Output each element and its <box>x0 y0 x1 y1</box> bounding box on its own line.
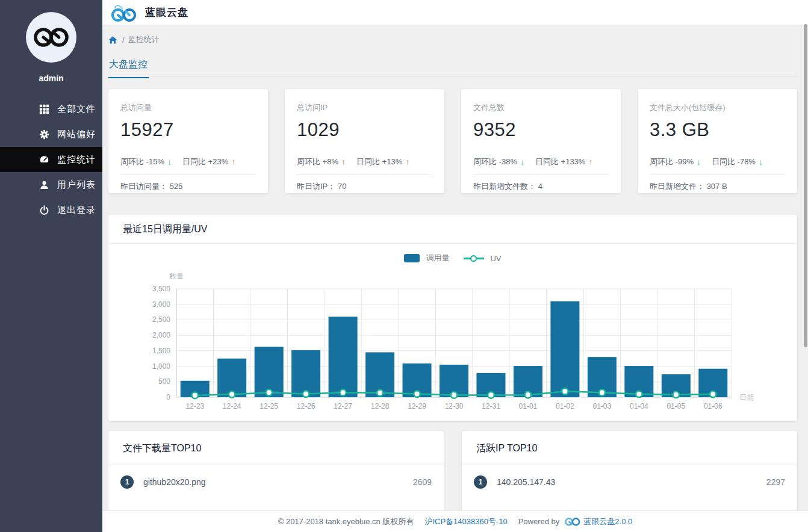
uv-point-01-05[interactable] <box>673 392 680 398</box>
stat-footer-label: 昨日访IP： <box>297 182 335 191</box>
footer: © 2017-2018 tank.eyeblue.cn 版权所有 沪ICP备14… <box>102 510 808 532</box>
uv-point-12-23[interactable] <box>191 392 198 399</box>
stat-footer: 昨日访问量： 525 <box>120 175 256 192</box>
list-item-name: github20x20.png <box>143 477 206 487</box>
home-icon[interactable] <box>108 36 117 45</box>
stat-label: 总访问IP <box>297 102 432 113</box>
sidebar-item-user-list[interactable]: 用户列表 <box>0 172 102 197</box>
trend-text: 周环比 +8% <box>297 156 338 167</box>
vertical-scrollbar-thumb[interactable] <box>804 24 807 347</box>
stat-footer-label: 昨日访问量： <box>120 182 167 191</box>
tab-dashboard-monitor[interactable]: 大盘监控 <box>108 58 149 78</box>
x-tick-label: 12-29 <box>408 402 426 410</box>
uv-point-01-04[interactable] <box>636 391 642 398</box>
uv-point-01-06[interactable] <box>710 391 716 398</box>
avatar-wrap: admin <box>0 0 102 83</box>
chart-body: 05001,0001,5002,0002,5003,0003,50012-231… <box>108 269 797 421</box>
gear-icon <box>39 129 49 140</box>
rank-badge: 1 <box>474 475 487 489</box>
uv-point-12-30[interactable] <box>451 392 458 398</box>
uv-point-12-31[interactable] <box>488 392 494 398</box>
stat-card-total-size: 文件总大小(包括缓存) 3.3 GB 周环比 -99% ↓ 日同比 -78% ↓… <box>638 89 797 193</box>
stat-label: 总访问量 <box>120 102 256 113</box>
x-tick-label: 01-02 <box>556 402 574 410</box>
x-tick-label: 12-31 <box>482 402 500 410</box>
bar-12-27[interactable] <box>329 317 358 397</box>
footer-copyright: © 2017-2018 tank.eyeblue.cn 版权所有 <box>278 516 414 527</box>
y-tick-label: 500 <box>158 377 170 386</box>
footer-version-link[interactable]: 蓝眼云盘2.0.0 <box>583 516 632 527</box>
sidebar: admin 全部文件 网站偏好 监控统计 <box>0 0 102 532</box>
uv-point-12-26[interactable] <box>303 391 309 397</box>
x-tick-label: 12-27 <box>334 402 352 410</box>
user-icon <box>39 179 49 190</box>
stat-trends: 周环比 -99% ↓ 日同比 -78% ↓ <box>650 156 785 167</box>
gauge-icon <box>39 154 49 165</box>
sidebar-item-monitor-stats[interactable]: 监控统计 <box>0 147 102 172</box>
app-title: 蓝眼云盘 <box>145 5 188 19</box>
bar-01-02[interactable] <box>550 302 579 397</box>
uv-point-01-03[interactable] <box>599 389 606 396</box>
trend-down-icon: ↓ <box>520 157 524 167</box>
uv-point-12-25[interactable] <box>266 389 272 396</box>
stat-footer-value: 4 <box>538 182 542 191</box>
uv-point-12-27[interactable] <box>340 389 346 396</box>
x-tick-label: 12-30 <box>445 402 464 410</box>
stat-footer-value: 70 <box>338 182 346 191</box>
uv-point-01-02[interactable] <box>562 388 568 395</box>
trend-down-icon: ↓ <box>759 157 763 167</box>
legend-bar-swatch-icon[interactable] <box>404 254 420 262</box>
x-tick-label: 12-28 <box>371 402 390 410</box>
list-item: 1 140.205.147.43 2297 <box>462 465 797 499</box>
y-tick-label: 2,500 <box>152 315 170 324</box>
breadcrumb-separator: / <box>122 36 125 45</box>
stat-card-total-files: 文件总数 9352 周环比 -38% ↓ 日同比 +133% ↑ 昨日新增文件数… <box>461 89 621 193</box>
chart-legend: 调用量 UV <box>108 244 797 269</box>
uv-point-12-28[interactable] <box>377 390 384 397</box>
sidebar-item-logout[interactable]: 退出登录 <box>0 197 102 223</box>
footer-powered-by: Powered by <box>518 517 560 526</box>
main-content: / 监控统计 大盘监控 总访问量 15927 周环比 -15% ↓ 日同比 +2… <box>102 26 808 532</box>
legend-bar-label[interactable]: 调用量 <box>426 253 449 264</box>
avatar[interactable] <box>26 12 76 63</box>
x-tick-label: 01-01 <box>519 402 538 410</box>
y-tick-label: 2,000 <box>152 331 170 339</box>
stat-value: 3.3 GB <box>650 119 785 141</box>
bar-line-chart: 05001,0001,5002,0002,5003,0003,50012-231… <box>120 269 785 413</box>
trend-up-icon: ↑ <box>405 157 409 167</box>
uv-point-12-29[interactable] <box>414 391 420 397</box>
trend-text: 日同比 +13% <box>356 156 402 167</box>
sidebar-menu: 全部文件 网站偏好 监控统计 用户列表 <box>0 96 102 223</box>
stat-value: 1029 <box>297 119 432 141</box>
trend-text: 周环比 -15% <box>120 156 164 167</box>
uv-point-12-24[interactable] <box>229 391 235 398</box>
trend-text: 日同比 +23% <box>182 156 228 167</box>
y-tick-label: 0 <box>166 393 170 401</box>
stat-footer: 昨日新增文件： 307 B <box>650 175 785 192</box>
legend-line-marker-icon[interactable] <box>464 255 484 262</box>
sidebar-item-all-files[interactable]: 全部文件 <box>0 96 102 122</box>
stat-footer: 昨日访IP： 70 <box>297 175 432 192</box>
trend-up-icon: ↑ <box>588 157 592 167</box>
rank-badge: 1 <box>120 475 134 489</box>
stat-label: 文件总大小(包括缓存) <box>650 102 785 113</box>
y-axis-name: 数量 <box>169 272 184 280</box>
trend-up-icon: ↑ <box>231 157 235 167</box>
power-icon <box>39 205 49 215</box>
x-tick-label: 01-03 <box>593 402 612 410</box>
stat-footer-label: 昨日新增文件数： <box>473 182 536 191</box>
x-tick-label: 01-05 <box>667 402 685 410</box>
trend-text: 日同比 -78% <box>712 156 756 167</box>
footer-icp-link[interactable]: 沪ICP备14038360号-10 <box>424 516 507 527</box>
list-item-value: 2297 <box>766 477 785 487</box>
x-tick-label: 01-06 <box>704 402 723 410</box>
username: admin <box>0 73 102 83</box>
y-tick-label: 1,000 <box>152 362 170 371</box>
uv-point-01-01[interactable] <box>525 392 532 398</box>
app-logo-icon[interactable] <box>110 3 138 22</box>
stat-value: 9352 <box>473 119 609 141</box>
stat-footer-value: 525 <box>170 182 183 191</box>
stat-card-total-visits: 总访问量 15927 周环比 -15% ↓ 日同比 +23% ↑ 昨日访问量： … <box>108 89 268 193</box>
legend-line-label[interactable]: UV <box>490 254 501 263</box>
sidebar-item-site-preferences[interactable]: 网站偏好 <box>0 122 102 147</box>
